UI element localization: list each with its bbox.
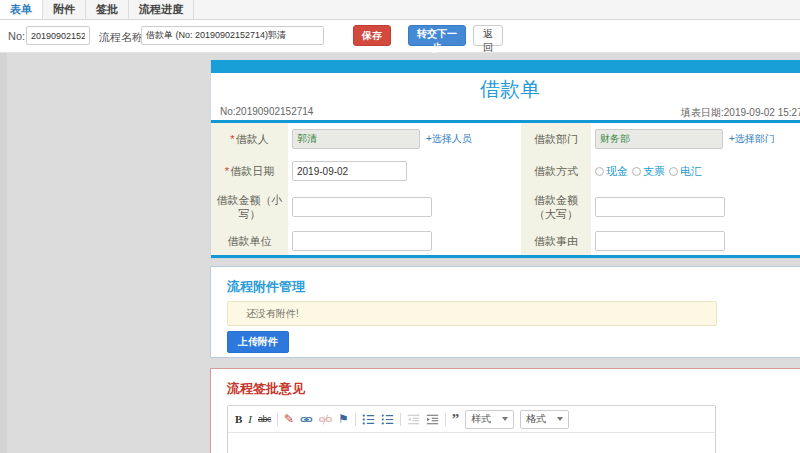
format-select[interactable]: 格式: [520, 410, 569, 429]
tab-form[interactable]: 表单: [0, 0, 43, 19]
form-title: 借款单: [211, 78, 800, 101]
outdent-icon[interactable]: [407, 413, 420, 426]
blockquote-icon[interactable]: ”: [452, 413, 460, 425]
tab-attachments[interactable]: 附件: [43, 0, 86, 19]
attachments-heading: 流程附件管理: [211, 267, 800, 296]
radio-icon[interactable]: [632, 167, 641, 176]
radio-icon[interactable]: [669, 167, 678, 176]
tab-bar: 表单 附件 签批 流程进度: [0, 0, 800, 20]
toolbar-separator: [445, 413, 446, 426]
field-label-borrower: *借款人: [211, 123, 288, 155]
field-label-loan-reason: 借款事由: [521, 227, 591, 255]
field-value-borrower: +选择人员: [288, 123, 521, 155]
field-label-loan-method: 借款方式: [521, 155, 591, 187]
screen: 表单 附件 签批 流程进度 No: 流程名称: 保存 转交下一步 返回 借款单 …: [0, 0, 800, 453]
attachments-panel: 流程附件管理 还没有附件! 上传附件: [210, 266, 800, 358]
field-label-amount-uppercase: 借款金额（大写）: [521, 187, 591, 227]
editor-content-area[interactable]: [228, 433, 715, 453]
empty-attachments-alert: 还没有附件!: [227, 301, 717, 326]
chevron-down-icon: [557, 417, 563, 421]
chevron-down-icon: [502, 417, 508, 421]
save-button[interactable]: 保存: [353, 25, 391, 46]
toolbar-separator: [400, 413, 401, 426]
select-department-link[interactable]: +选择部门: [729, 132, 775, 146]
tab-process-progress[interactable]: 流程进度: [129, 0, 194, 19]
action-toolbar: No: 流程名称: 保存 转交下一步 返回: [0, 20, 800, 53]
form-meta-row: No:20190902152714 填表日期:2019-09-02 15:27:…: [211, 105, 800, 120]
toolbar-separator: [355, 413, 356, 426]
field-label-department: 借款部门: [521, 123, 591, 155]
field-value-loan-reason: [591, 227, 800, 255]
borrower-input[interactable]: [292, 129, 420, 149]
bulleted-list-icon[interactable]: [381, 413, 394, 426]
process-name-label: 流程名称:: [99, 30, 146, 45]
form-header-bar: [211, 60, 800, 73]
field-value-loan-unit: [288, 227, 521, 255]
loan-date-input[interactable]: [292, 161, 407, 181]
radio-option-wire[interactable]: 电汇: [669, 164, 702, 179]
loan-form-panel: 借款单 No:20190902152714 填表日期:2019-09-02 15…: [210, 60, 800, 259]
field-label-loan-unit: 借款单位: [211, 227, 288, 255]
form-grid: *借款人 +选择人员 借款部门 +选择部门 *借款日期 借款方式 现金 支票 电…: [211, 123, 800, 255]
back-button[interactable]: 返回: [473, 25, 503, 46]
field-value-amount-lowercase: [288, 187, 521, 227]
anchor-flag-icon[interactable]: ⚑: [338, 413, 349, 425]
field-value-department: +选择部门: [591, 123, 800, 155]
italic-icon[interactable]: I: [248, 413, 252, 425]
link-icon[interactable]: [300, 413, 313, 426]
form-fill-date: 填表日期:2019-09-02 15:27:1: [681, 106, 800, 120]
field-value-loan-date: [288, 155, 521, 187]
amount-uppercase-input[interactable]: [595, 197, 725, 217]
unlink-icon[interactable]: [319, 413, 332, 426]
required-mark: *: [225, 164, 229, 178]
divider-bottom: [211, 255, 800, 258]
strikethrough-icon[interactable]: abc: [258, 413, 271, 425]
process-name-input[interactable]: [141, 26, 324, 45]
tab-approvals[interactable]: 签批: [86, 0, 129, 19]
field-label-loan-date: *借款日期: [211, 155, 288, 187]
radio-icon[interactable]: [595, 167, 604, 176]
loan-reason-input[interactable]: [595, 231, 725, 251]
indent-icon[interactable]: [426, 413, 439, 426]
radio-option-check[interactable]: 支票: [632, 164, 665, 179]
field-value-amount-uppercase: [591, 187, 800, 227]
loan-unit-input[interactable]: [292, 231, 432, 251]
no-label: No:: [8, 30, 25, 42]
editor-toolbar: B I abc ✎ ⚑: [228, 406, 715, 433]
numbered-list-icon[interactable]: [362, 413, 375, 426]
radio-option-cash[interactable]: 现金: [595, 164, 628, 179]
upload-attachment-button[interactable]: 上传附件: [227, 331, 289, 353]
approval-panel: 流程签批意见 B I abc ✎ ⚑: [210, 368, 800, 453]
remove-format-icon[interactable]: ✎: [284, 413, 294, 425]
approval-heading: 流程签批意见: [211, 369, 800, 398]
required-mark: *: [230, 132, 234, 146]
field-label-amount-lowercase: 借款金额（小写）: [211, 187, 288, 227]
styles-select[interactable]: 样式: [465, 410, 514, 429]
toolbar-separator: [277, 413, 278, 426]
amount-lowercase-input[interactable]: [292, 197, 432, 217]
field-value-loan-method: 现金 支票 电汇: [591, 155, 800, 187]
no-input[interactable]: [26, 26, 90, 45]
left-gutter: [0, 52, 7, 453]
rich-text-editor: B I abc ✎ ⚑: [227, 405, 716, 453]
select-person-link[interactable]: +选择人员: [426, 132, 472, 146]
form-number: No:20190902152714: [220, 106, 313, 117]
next-step-button[interactable]: 转交下一步: [408, 25, 466, 46]
department-input[interactable]: [595, 129, 723, 149]
bold-icon[interactable]: B: [235, 413, 242, 425]
